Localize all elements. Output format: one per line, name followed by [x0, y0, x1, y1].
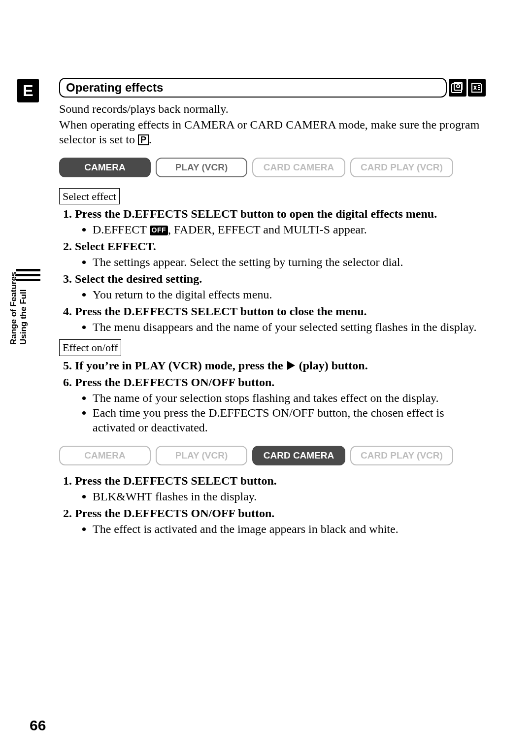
header-row: Operating effects	[59, 78, 486, 98]
step-1-bullet: D.EFFECT OFF, FADER, EFFECT and MULTI-S …	[93, 222, 486, 237]
mode-camera: CAMERA	[59, 158, 151, 177]
mode-card-play-vcr: CARD PLAY (VCR)	[350, 158, 453, 177]
manual-page: E Range of FeaturesUsing the Full Operat…	[0, 0, 532, 756]
steps-group-a: Press the D.EFFECTS SELECT button to ope…	[59, 206, 486, 334]
label-effect-onoff: Effect on/off	[59, 339, 121, 356]
steps-group-c: Press the D.EFFECTS SELECT button. BLK&W…	[59, 473, 486, 536]
content: Sound records/plays back normally. When …	[59, 101, 486, 538]
step-2-bullet: The settings appear. Select the setting …	[93, 255, 486, 269]
step-4: Press the D.EFFECTS SELECT button to clo…	[75, 304, 486, 334]
mode-card-camera: CARD CAMERA	[252, 158, 345, 177]
step-3-bullet: You return to the digital effects menu.	[93, 287, 486, 302]
intro-line1: Sound records/plays back normally.	[59, 101, 486, 116]
side-section-label: Range of FeaturesUsing the Full	[9, 272, 29, 345]
mode-play-vcr-2: PLAY (VCR)	[156, 446, 247, 465]
play-icon	[287, 361, 295, 370]
svg-point-2	[457, 85, 460, 88]
p-mode-icon: P	[138, 134, 149, 145]
mode-camera-2: CAMERA	[59, 446, 151, 465]
step-1: Press the D.EFFECTS SELECT button to ope…	[75, 206, 486, 237]
step-c2: Press the D.EFFECTS ON/OFF button. The e…	[75, 506, 486, 536]
page-title: Operating effects	[59, 78, 447, 98]
card-icon	[468, 79, 486, 97]
page-number: 66	[30, 717, 46, 734]
step-c2-bullet: The effect is activated and the image ap…	[93, 522, 486, 536]
step-6-bullet-1: The name of your selection stops flashin…	[93, 391, 486, 405]
tape-icon	[449, 79, 466, 97]
step-2: Select EFFECT. The settings appear. Sele…	[75, 239, 486, 269]
header-icons	[449, 79, 486, 97]
step-c1-bullet: BLK&WHT flashes in the display.	[93, 489, 486, 504]
label-select-effect: Select effect	[59, 188, 120, 205]
step-6-bullet-2: Each time you press the D.EFFECTS ON/OFF…	[93, 405, 486, 435]
step-5: If you’re in PLAY (VCR) mode, press the …	[75, 358, 486, 373]
step-4-bullet: The menu disappears and the name of your…	[93, 320, 486, 334]
steps-group-b: If you’re in PLAY (VCR) mode, press the …	[59, 358, 486, 435]
mode-row-2: CAMERA PLAY (VCR) CARD CAMERA CARD PLAY …	[59, 446, 486, 465]
mode-card-play-vcr-2: CARD PLAY (VCR)	[350, 446, 453, 465]
mode-play-vcr: PLAY (VCR)	[156, 158, 247, 177]
off-chip-icon: OFF	[150, 226, 168, 235]
mode-row-1: CAMERA PLAY (VCR) CARD CAMERA CARD PLAY …	[59, 158, 486, 177]
intro-line2: When operating effects in CAMERA or CARD…	[59, 117, 486, 147]
step-6: Press the D.EFFECTS ON/OFF button. The n…	[75, 375, 486, 435]
mode-card-camera-2: CARD CAMERA	[252, 446, 345, 465]
step-3: Select the desired setting. You return t…	[75, 271, 486, 302]
section-tab-e: E	[17, 79, 39, 102]
step-c1: Press the D.EFFECTS SELECT button. BLK&W…	[75, 473, 486, 504]
